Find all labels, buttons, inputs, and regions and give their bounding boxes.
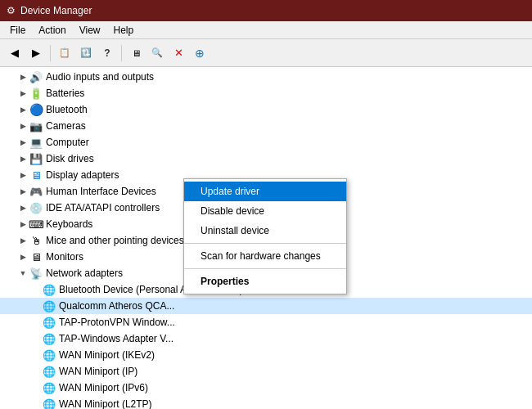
menu-view[interactable]: View — [73, 23, 107, 38]
context-menu-sep-2 — [184, 268, 346, 269]
expand-display-adapters — [16, 169, 29, 182]
tree-item-wan-ipv6[interactable]: 🌐 WAN Miniport (IPv6) — [0, 380, 532, 396]
icon-hid: 🎮 — [29, 185, 43, 198]
expand-hid — [16, 185, 29, 198]
icon-network-adapters: 📡 — [29, 267, 43, 280]
label-display-adapters: Display adapters — [46, 169, 119, 181]
icon-computer: 💻 — [29, 136, 43, 149]
label-ide: IDE ATA/ATAPI controllers — [46, 202, 160, 213]
menu-file[interactable]: File — [3, 23, 32, 38]
monitor-button[interactable]: 🖥 — [126, 43, 146, 63]
update-driver-button[interactable]: 🔃 — [76, 43, 96, 63]
tree-item-tap-proton[interactable]: 🌐 TAP-ProtonVPN Window... — [0, 314, 532, 330]
expand-bluetooth — [16, 103, 29, 116]
tree-item-qualcomm[interactable]: 🌐 Qualcomm Atheros QCA... — [0, 298, 532, 314]
label-cameras: Cameras — [46, 120, 86, 132]
toolbar-sep-2 — [121, 45, 122, 61]
menu-help[interactable]: Help — [107, 23, 141, 38]
icon-wan-ip: 🌐 — [43, 365, 56, 378]
toolbar-sep-1 — [50, 45, 51, 61]
title-bar-text: Device Manager — [20, 5, 92, 16]
label-keyboards: Keyboards — [46, 218, 92, 230]
icon-audio: 🔊 — [29, 70, 43, 83]
tree-item-cameras[interactable]: 📷 Cameras — [0, 118, 532, 134]
scan-button[interactable]: 🔍 — [147, 43, 167, 63]
expand-mice — [16, 234, 29, 247]
icon-wan-ipv6: 🌐 — [43, 381, 56, 394]
title-bar: ⚙ Device Manager — [0, 0, 532, 21]
tree-item-disk-drives[interactable]: 💾 Disk drives — [0, 151, 532, 167]
label-wan-ikev2: WAN Miniport (IKEv2) — [59, 349, 155, 361]
label-tap-proton: TAP-ProtonVPN Window... — [59, 317, 175, 328]
tree-item-bluetooth[interactable]: 🔵 Bluetooth — [0, 101, 532, 118]
label-monitors: Monitors — [46, 251, 83, 263]
icon-bluetooth: 🔵 — [29, 103, 43, 116]
icon-disk-drives: 💾 — [29, 152, 43, 165]
expand-disk-drives — [16, 152, 29, 165]
icon-tap-proton: 🌐 — [43, 316, 56, 329]
context-menu-uninstall-device[interactable]: Uninstall device — [184, 221, 346, 240]
tree-item-audio[interactable]: 🔊 Audio inputs and outputs — [0, 69, 532, 85]
back-button[interactable]: ◀ — [5, 43, 25, 63]
label-disk-drives: Disk drives — [46, 153, 94, 164]
label-mice: Mice and other pointing devices — [46, 235, 184, 246]
icon-batteries: 🔋 — [29, 87, 43, 100]
tree-item-computer[interactable]: 💻 Computer — [0, 134, 532, 151]
icon-qualcomm: 🌐 — [43, 299, 56, 312]
menu-action[interactable]: Action — [32, 23, 72, 38]
context-menu: Update driver Disable device Uninstall d… — [183, 178, 347, 294]
expand-monitors — [16, 250, 29, 263]
icon-wan-l2tp: 🌐 — [43, 398, 56, 409]
icon-wan-ikev2: 🌐 — [43, 348, 56, 362]
label-computer: Computer — [46, 137, 89, 148]
context-menu-sep-1 — [184, 243, 346, 244]
label-hid: Human Interface Devices — [46, 186, 156, 197]
expand-ide — [16, 201, 29, 214]
tree-item-wan-l2tp[interactable]: 🌐 WAN Miniport (L2TP) — [0, 396, 532, 409]
tree-item-wan-ikev2[interactable]: 🌐 WAN Miniport (IKEv2) — [0, 347, 532, 363]
properties-button[interactable]: 📋 — [55, 43, 74, 63]
label-batteries: Batteries — [46, 88, 84, 99]
context-menu-scan-hardware[interactable]: Scan for hardware changes — [184, 246, 346, 266]
menu-bar: File Action View Help — [0, 21, 532, 39]
icon-keyboards: ⌨ — [29, 218, 43, 231]
uninstall-button[interactable]: ✕ — [169, 43, 188, 63]
icon-cameras: 📷 — [29, 119, 43, 133]
icon-ide: 💿 — [29, 201, 43, 214]
tree-item-tap-windows[interactable]: 🌐 TAP-Windows Adapter V... — [0, 330, 532, 347]
new-button[interactable]: ⊕ — [190, 43, 210, 63]
help-button[interactable]: ? — [97, 43, 117, 63]
expand-network-adapters — [16, 267, 29, 280]
context-menu-properties[interactable]: Properties — [184, 272, 346, 291]
label-wan-ipv6: WAN Miniport (IPv6) — [59, 382, 148, 393]
expand-batteries — [16, 87, 29, 100]
label-qualcomm: Qualcomm Atheros QCA... — [59, 300, 174, 312]
label-wan-ip: WAN Miniport (IP) — [59, 366, 138, 377]
title-bar-icon: ⚙ — [7, 5, 16, 16]
tree-item-batteries[interactable]: 🔋 Batteries — [0, 85, 532, 101]
label-wan-l2tp: WAN Miniport (L2TP) — [59, 398, 152, 409]
label-network-adapters: Network adapters — [46, 267, 123, 279]
icon-mice: 🖱 — [29, 234, 43, 247]
icon-monitors: 🖥 — [29, 250, 43, 263]
toolbar: ◀ ▶ 📋 🔃 ? 🖥 🔍 ✕ ⊕ — [0, 39, 532, 67]
expand-computer — [16, 136, 29, 149]
icon-display-adapters: 🖥 — [29, 169, 43, 182]
tree-item-wan-ip[interactable]: 🌐 WAN Miniport (IP) — [0, 363, 532, 380]
icon-bluetooth-pan: 🌐 — [43, 283, 56, 296]
expand-audio — [16, 70, 29, 83]
context-menu-disable-device[interactable]: Disable device — [184, 201, 346, 221]
expand-cameras — [16, 119, 29, 133]
icon-tap-windows: 🌐 — [43, 332, 56, 345]
label-tap-windows: TAP-Windows Adapter V... — [59, 333, 174, 344]
context-menu-update-driver[interactable]: Update driver — [184, 182, 346, 201]
label-audio: Audio inputs and outputs — [46, 71, 154, 83]
label-bluetooth: Bluetooth — [46, 104, 88, 115]
forward-button[interactable]: ▶ — [26, 43, 46, 63]
